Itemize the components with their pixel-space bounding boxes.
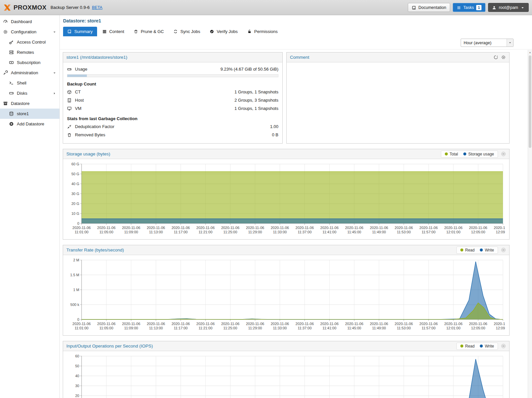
svg-text:20 G: 20 G [71,202,79,206]
wrench-icon [3,70,8,75]
svg-text:12:05:00: 12:05:00 [471,230,485,234]
sidebar-item-access-control[interactable]: Access Control [0,37,59,47]
svg-text:2020-11-06: 2020-11-06 [72,226,90,230]
scroll-up-arrow[interactable]: ▲ [528,50,532,55]
panel-title: store1 (/mnt/datastores/store1) [66,55,127,60]
removed-bytes-row: Removed Bytes 0 B [67,131,278,139]
tasks-button[interactable]: Tasks 1 [453,3,485,12]
svg-text:11:25:00: 11:25:00 [223,230,237,234]
svg-text:2020-11-06: 2020-11-06 [196,226,215,230]
trash-icon [134,29,138,34]
tab-sync-jobs[interactable]: Sync Jobs [169,27,204,36]
svg-text:2020-11-06: 2020-11-06 [271,226,289,230]
sync-icon [173,29,178,34]
sidebar-item-label: Subscription [17,60,41,65]
legend-dot [460,249,463,251]
svg-text:2020-11-06: 2020-11-06 [320,226,338,230]
tab-permissions[interactable]: Permissions [243,27,282,36]
chevron-down-icon[interactable] [53,30,56,34]
backup-count-header: Backup Count [67,78,278,88]
legend-item-read[interactable]: Read [460,344,475,348]
unlock-icon [247,29,252,34]
iops-chart-svg: 2020-11-0611:01:002020-11-0611:05:002020… [66,353,505,398]
sidebar-item-disks[interactable]: Disks [0,88,59,98]
legend-dot [460,345,463,348]
sidebar-item-shell[interactable]: Shell [0,78,59,88]
beta-link[interactable]: BETA [92,5,102,10]
sidebar-item-dashboard[interactable]: Dashboard [0,17,59,27]
svg-text:2020-11-06: 2020-11-06 [246,322,264,326]
chevron-right-icon[interactable] [53,91,56,95]
chart-legend: Read Write [456,343,498,350]
sidebar-item-configuration[interactable]: Configuration [0,27,59,37]
sidebar-item-datastore[interactable]: Datastore [0,98,59,109]
sidebar-item-administration[interactable]: Administration [0,68,59,78]
svg-text:11:37:00: 11:37:00 [298,230,312,234]
svg-text:11:29:00: 11:29:00 [248,230,262,234]
svg-text:11:09:00: 11:09:00 [124,230,138,234]
collapse-panel-icon[interactable] [501,151,506,156]
panel-title: Storage usage (bytes) [66,151,110,156]
legend-label: Write [485,248,494,252]
tab-content[interactable]: Content [98,27,129,36]
storage-usage-panel: Storage usage (bytes) Total Storage usag… [63,149,510,240]
sidebar-item-label: Add Datastore [17,121,44,126]
svg-text:2020-11-06: 2020-11-06 [469,322,487,326]
sidebar-item-subscription[interactable]: Subscription [0,57,59,68]
gauge-icon [3,19,8,24]
tab-verify-jobs[interactable]: Verify Jobs [205,27,242,36]
scrollbar-thumb[interactable] [529,55,531,148]
vertical-scrollbar[interactable]: ▲ [528,50,532,398]
legend-item-total[interactable]: Total [445,152,458,156]
svg-text:12:09:00: 12:09:00 [496,326,505,330]
svg-text:12:01:00: 12:01:00 [446,326,460,330]
usage-row: Usage 9.23% (4.67 GiB of 50.56 GiB) [67,65,278,73]
svg-text:2020-11-06: 2020-11-06 [494,322,505,326]
chevron-down-icon[interactable] [53,71,56,75]
collapse-panel-icon[interactable] [501,248,506,252]
tab-prune-gc[interactable]: Prune & GC [129,27,168,36]
server-icon [9,50,14,55]
tab-summary[interactable]: Summary [63,27,97,36]
chevron-down-icon[interactable] [507,39,513,47]
sidebar-item-store1[interactable]: store1 [0,109,59,119]
timeframe-select[interactable]: Hour (average) [461,39,514,47]
svg-text:2020-11-06: 2020-11-06 [345,226,363,230]
gear-icon[interactable] [501,55,506,60]
row-value: 1 Groups, 1 Snapshots [234,106,278,111]
panel-header: Comment [287,52,509,62]
svg-text:12:09:00: 12:09:00 [496,230,505,234]
svg-text:30: 30 [75,384,79,388]
sidebar-item-remotes[interactable]: Remotes [0,47,59,57]
cube-icon [67,90,72,94]
user-menu-button[interactable]: root@pam [488,3,529,12]
svg-text:2020-11-06: 2020-11-06 [296,226,314,230]
iops-chart: 2020-11-0611:01:002020-11-0611:05:002020… [63,351,509,398]
compress-icon [67,124,72,129]
usage-progress-bar [67,74,278,77]
svg-text:1 M: 1 M [73,288,79,292]
legend-dot [445,152,448,155]
legend-item-write[interactable]: Write [480,344,494,348]
legend-item-write[interactable]: Write [480,248,494,252]
legend-item-read[interactable]: Read [460,248,475,252]
iops-panel: Input/Output Operations per Second (IOPS… [63,341,510,398]
legend-label: Read [465,344,475,348]
book-icon [412,5,416,10]
top-bar: PROXMOX Backup Server 0.9-6 BETA Documen… [0,0,532,15]
task-list-icon [457,5,461,10]
row-label: CT [75,89,81,94]
refresh-icon[interactable] [493,55,498,60]
sidebar-item-add-datastore[interactable]: Add Datastore [0,119,59,129]
svg-text:2020-11-06: 2020-11-06 [395,322,413,326]
tab-label: Permissions [254,29,278,34]
legend-item-storage-usage[interactable]: Storage usage [463,152,494,156]
svg-text:11:25:00: 11:25:00 [223,326,237,330]
svg-text:2020-11-06: 2020-11-06 [72,322,90,326]
documentation-button[interactable]: Documentation [408,3,450,12]
user-icon [492,5,496,10]
svg-text:11:13:00: 11:13:00 [149,326,163,330]
comment-body[interactable] [287,62,509,68]
svg-text:11:49:00: 11:49:00 [372,326,386,330]
collapse-panel-icon[interactable] [501,344,506,348]
